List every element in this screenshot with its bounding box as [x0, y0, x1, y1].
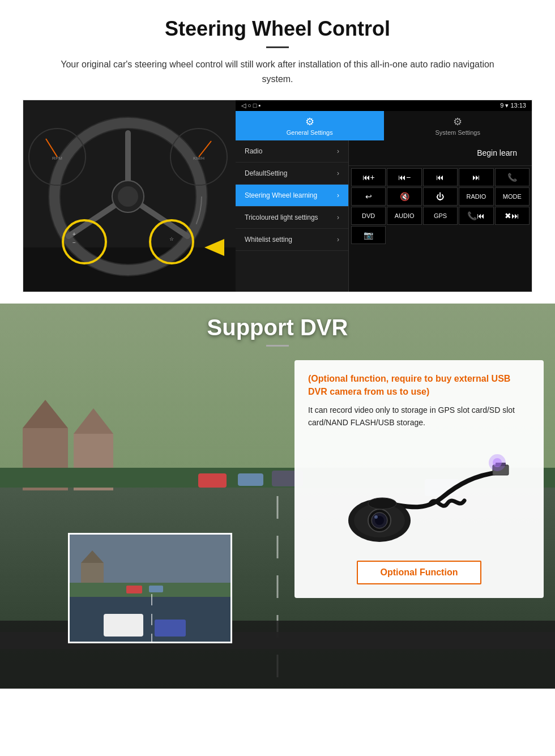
begin-learn-row: Begin learn: [349, 140, 532, 166]
svg-rect-41: [126, 586, 142, 593]
ctrl-vol-up[interactable]: ⏮+: [351, 168, 386, 186]
chevron-icon: ›: [337, 213, 339, 221]
ctrl-mode[interactable]: MODE: [495, 187, 530, 206]
tab-general-label: General Settings: [287, 129, 333, 136]
left-menu: Radio › DefaultSetting › Steering Wheel …: [236, 140, 349, 292]
dvr-desc: It can record video only to storage in G…: [308, 404, 530, 429]
steering-subtitle: Your original car's steering wheel contr…: [45, 57, 510, 86]
ctrl-power[interactable]: ⏻: [423, 187, 458, 206]
dvr-thumbnail-inner: [70, 535, 230, 642]
steering-wheel-photo: + − ☆ RPM KM/H: [23, 100, 236, 292]
svg-rect-36: [70, 591, 232, 643]
menu-item-radio[interactable]: Radio ›: [236, 140, 348, 163]
ctrl-skip-next[interactable]: ✖⏭: [495, 207, 530, 225]
steering-wheel-svg: + − ☆ RPM KM/H: [23, 100, 236, 292]
dvr-camera-visual: [308, 438, 530, 552]
ctrl-radio[interactable]: RADIO: [459, 187, 493, 206]
svg-rect-30: [238, 473, 263, 486]
tab-system-label: System Settings: [436, 129, 480, 136]
dvr-background: Support DVR: [0, 304, 555, 689]
svg-rect-44: [104, 614, 143, 637]
ctrl-phone-prev[interactable]: 📞⏮: [459, 207, 493, 225]
control-grid: ⏮+ ⏮− ⏮ ⏭ 📞 ↩ 🔇 ⏻ RADIO MODE DVD AUDIO: [349, 166, 532, 246]
dvr-info-card: (Optional function, require to buy exter…: [294, 360, 544, 598]
menu-item-default[interactable]: DefaultSetting ›: [236, 163, 348, 185]
ctrl-audio[interactable]: AUDIO: [387, 207, 421, 225]
ctrl-gps[interactable]: GPS: [423, 207, 458, 225]
steering-content-area: + − ☆ RPM KM/H ◁ ○ □ ▪ 9 ▾ 13:1: [23, 100, 532, 292]
ctrl-phone[interactable]: 📞: [495, 168, 530, 186]
optional-function-button[interactable]: Optional Function: [357, 561, 481, 584]
steering-section: Steering Wheel Control Your original car…: [0, 0, 555, 304]
dvr-section: Support DVR: [0, 304, 555, 689]
begin-learn-button[interactable]: Begin learn: [468, 145, 526, 161]
dvr-title-block: Support DVR: [0, 315, 555, 347]
ctrl-prev[interactable]: ⏮: [423, 168, 458, 186]
chevron-icon: ›: [337, 191, 339, 199]
svg-point-8: [118, 186, 138, 207]
android-statusbar: ◁ ○ □ ▪ 9 ▾ 13:13: [236, 100, 532, 111]
chevron-icon: ›: [337, 236, 339, 244]
svg-rect-39: [81, 563, 104, 583]
steering-title: Steering Wheel Control: [23, 17, 532, 41]
thumbnail-svg: [70, 535, 232, 643]
menu-item-whitelist[interactable]: Whitelist setting ›: [236, 229, 348, 251]
tab-general[interactable]: ⚙ General Settings: [236, 111, 384, 140]
android-body: Radio › DefaultSetting › Steering Wheel …: [236, 140, 532, 292]
title-divider: [266, 46, 289, 48]
svg-point-56: [493, 458, 502, 467]
android-tabs: ⚙ General Settings ⚙ System Settings: [236, 111, 532, 140]
svg-rect-29: [198, 473, 227, 488]
chevron-icon: ›: [337, 147, 339, 155]
ctrl-mute[interactable]: 🔇: [387, 187, 421, 206]
status-icons: 9 ▾ 13:13: [500, 102, 526, 109]
svg-text:−: −: [72, 240, 76, 246]
svg-rect-45: [155, 620, 186, 637]
android-panel: ◁ ○ □ ▪ 9 ▾ 13:13 ⚙ General Settings ⚙ S…: [236, 100, 532, 292]
tab-system[interactable]: ⚙ System Settings: [384, 111, 532, 140]
dvr-title-divider: [266, 345, 289, 347]
nav-icons: ◁ ○ □ ▪: [241, 102, 261, 109]
ctrl-dvd[interactable]: DVD: [351, 207, 386, 225]
gear-icon: ⚙: [305, 116, 314, 128]
menu-item-steering[interactable]: Steering Wheel learning ›: [236, 185, 348, 207]
ctrl-vol-down[interactable]: ⏮−: [387, 168, 421, 186]
settings-icon: ⚙: [453, 116, 462, 128]
ctrl-next[interactable]: ⏭: [459, 168, 493, 186]
svg-text:+: +: [72, 231, 76, 237]
svg-rect-42: [149, 586, 163, 592]
chevron-icon: ›: [337, 169, 339, 177]
dvr-title: Support DVR: [0, 315, 555, 340]
ctrl-hangup[interactable]: ↩: [351, 187, 386, 206]
ctrl-cam[interactable]: 📷: [351, 226, 386, 244]
menu-item-tricolour[interactable]: Tricoloured light settings ›: [236, 207, 348, 229]
svg-text:☆: ☆: [169, 236, 174, 242]
dvr-optional-title: (Optional function, require to buy exter…: [308, 373, 530, 398]
dvr-thumbnail: [68, 533, 232, 643]
camera-svg: [328, 441, 510, 549]
svg-point-53: [374, 515, 378, 519]
svg-point-54: [368, 498, 396, 509]
right-panel: Begin learn ⏮+ ⏮− ⏮ ⏭ 📞 ↩ 🔇 ⏻ RADIO: [349, 140, 532, 292]
